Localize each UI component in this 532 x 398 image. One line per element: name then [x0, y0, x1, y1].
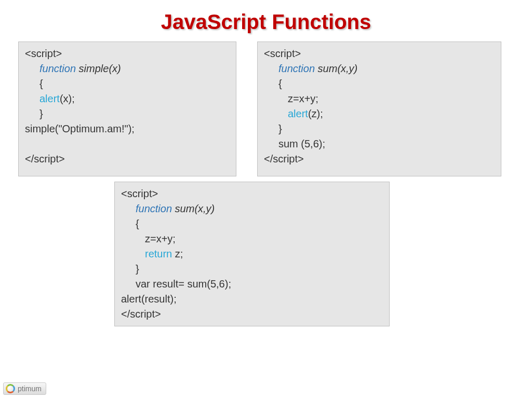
keyword-function: function	[278, 63, 315, 74]
fn-name: sum(x,y)	[172, 203, 215, 214]
logo-text: ptimum	[18, 385, 42, 393]
alert-line: alert(result);	[121, 293, 177, 305]
fn-name: simple(x)	[76, 63, 121, 74]
logo-ring-icon	[6, 384, 15, 393]
brace-close: }	[121, 262, 383, 277]
alert-call: alert	[288, 108, 308, 119]
code-line: function simple(x)	[25, 61, 230, 76]
args: (z);	[308, 108, 323, 119]
assign-line: z=x+y;	[264, 91, 495, 106]
fn-name: sum(x,y)	[315, 63, 357, 74]
tag-open: <script>	[264, 48, 301, 59]
brace-close: }	[264, 121, 495, 136]
tag-open: <script>	[121, 188, 158, 199]
alert-call: alert	[39, 93, 60, 104]
assign-line: z=x+y;	[121, 231, 383, 246]
code-line: alert(x);	[25, 91, 230, 106]
code-line: alert(z);	[264, 106, 495, 121]
code-line: function sum(x,y)	[121, 201, 383, 216]
keyword-function: function	[136, 203, 172, 214]
tag-close: </script>	[121, 308, 161, 320]
top-row: <script> function simple(x) { alert(x); …	[0, 42, 532, 176]
code-example-sum-alert: <script> function sum(x,y) { z=x+y; aler…	[257, 42, 501, 176]
slide-title: JavaScript Functions	[0, 0, 532, 42]
optimum-logo: ptimum	[3, 382, 46, 395]
args: (x);	[60, 93, 75, 104]
invoke-line: simple("Optimum.am!");	[25, 123, 135, 134]
brace-open: {	[264, 76, 495, 91]
invoke-line: sum (5,6);	[264, 136, 495, 152]
tag-close: </script>	[25, 153, 65, 164]
brace-open: {	[25, 76, 230, 91]
bottom-row: <script> function sum(x,y) { z=x+y; retu…	[0, 182, 532, 326]
return-value: z;	[172, 248, 183, 259]
brace-open: {	[121, 216, 383, 231]
tag-close: </script>	[264, 153, 304, 164]
tag-open: <script>	[25, 48, 62, 59]
code-example-sum-return: <script> function sum(x,y) { z=x+y; retu…	[114, 182, 390, 326]
keyword-function: function	[39, 63, 76, 74]
code-example-simple: <script> function simple(x) { alert(x); …	[18, 42, 236, 176]
code-line: function sum(x,y)	[264, 61, 495, 76]
code-line: return z;	[121, 246, 383, 262]
var-line: var result= sum(5,6);	[121, 277, 383, 292]
return-keyword: return	[145, 248, 172, 259]
brace-close: }	[25, 106, 230, 121]
